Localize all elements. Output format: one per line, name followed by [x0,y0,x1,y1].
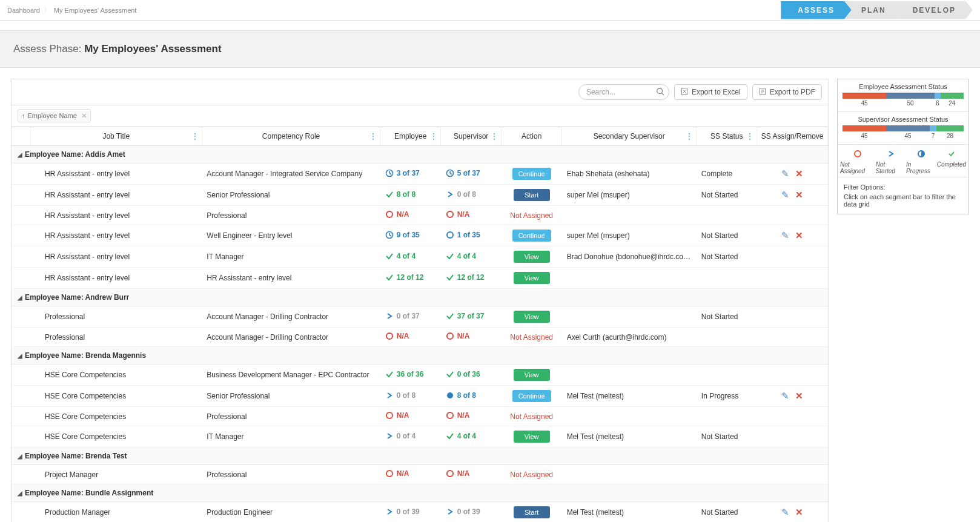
cell-job-title: HSE Core Competencies [30,407,202,426]
col-job-title[interactable]: Job Title⋮ [30,127,202,146]
action-continue-button[interactable]: Continue [512,390,551,402]
action-continue-button[interactable]: Continue [512,168,551,180]
bar-segment-label: 50 [886,99,935,107]
bar-segment[interactable] [930,125,936,131]
cell-ss-assign: ✎ ✕ [757,502,828,523]
column-menu-icon[interactable]: ⋮ [685,131,694,141]
cell-employee-status: N/A [380,328,441,347]
cell-action: Not Assigned [502,206,562,225]
group-header[interactable]: ◢Employee Name: Addis Amet [12,146,828,164]
collapse-icon[interactable]: ◢ [18,453,22,460]
edit-icon[interactable]: ✎ [781,391,789,401]
column-menu-icon[interactable]: ⋮ [191,131,199,141]
check-green-icon [385,273,394,282]
cell-action: View [502,306,562,328]
svg-point-13 [386,333,392,339]
col-ss-assign[interactable]: SS Assign/Remove [757,127,828,146]
col-action[interactable]: Action [502,127,562,146]
cell-employee-status: 0 of 4 [380,426,441,448]
column-menu-icon[interactable]: ⋮ [369,131,377,141]
action-view-button[interactable]: View [514,431,550,443]
circle-red-icon [385,332,394,340]
col-secondary-supervisor[interactable]: Secondary Supervisor⋮ [562,127,697,146]
group-header[interactable]: ◢Employee Name: Brenda Magennis [12,347,828,365]
bar-segment[interactable] [886,125,930,131]
cell-action: Not Assigned [502,328,562,347]
remove-icon[interactable]: ✕ [795,391,803,401]
edit-icon[interactable]: ✎ [781,230,789,240]
status-not-assigned: Not Assigned [510,333,553,342]
remove-icon[interactable]: ✕ [795,168,803,179]
collapse-icon[interactable]: ◢ [18,352,22,359]
export-pdf-button[interactable]: Export to PDF [752,84,822,100]
cell-competency-role: Professional [202,206,380,225]
column-menu-icon[interactable]: ⋮ [746,131,754,141]
column-menu-icon[interactable]: ⋮ [429,131,438,141]
cell-secondary-supervisor [562,465,697,484]
action-start-button[interactable]: Start [514,189,550,201]
group-chip-employee-name[interactable]: ↑ Employee Name × [18,109,91,122]
file-excel-icon [681,88,688,97]
edit-icon[interactable]: ✎ [781,507,789,517]
bar-segment[interactable] [843,93,886,99]
action-view-button[interactable]: View [514,251,550,263]
group-header[interactable]: ◢Employee Name: Andrew Burr [12,289,828,306]
cell-ss-status [697,465,757,484]
action-continue-button[interactable]: Continue [512,230,551,242]
col-employee[interactable]: Employee⋮ [380,127,441,146]
circle-red-icon [446,469,454,478]
col-competency-role[interactable]: Competency Role⋮ [202,127,380,146]
svg-point-15 [447,392,453,398]
clock-blue-icon [446,169,454,177]
column-menu-icon[interactable]: ⋮ [490,131,498,141]
bar-segment[interactable] [936,125,964,131]
edit-icon[interactable]: ✎ [781,168,789,179]
breadcrumb-dashboard[interactable]: Dashboard [7,7,40,14]
page-title-bar: Assess Phase: My Employees' Assessment [0,30,980,68]
bar-segment[interactable] [935,93,941,99]
cell-ss-assign [757,465,828,484]
cell-secondary-supervisor: Ehab Shehata (eshehata) [562,164,697,185]
col-ss-status[interactable]: SS Status⋮ [697,127,757,146]
group-header[interactable]: ◢Employee Name: Bundle Assignment [12,484,828,502]
cell-competency-role: Well Engineer - Entry level [202,225,380,246]
cell-ss-assign [757,426,828,448]
chev-blue-icon [385,507,394,516]
action-view-button[interactable]: View [514,311,550,323]
table-row: HR Assisstant - entry levelAccount Manag… [12,164,828,185]
cell-secondary-supervisor [562,268,697,289]
action-view-button[interactable]: View [514,369,550,381]
bar-segment[interactable] [886,93,935,99]
clock-blue-icon [385,231,394,239]
half-circle-blue-icon [917,150,925,159]
cell-employee-status: 4 of 4 [380,246,441,268]
bar-segment[interactable] [941,93,964,99]
cell-competency-role: Account Manager - Integrated Service Com… [202,164,380,185]
table-row: Production ManagerProduction Engineer0 o… [12,502,828,523]
remove-icon[interactable]: ✕ [795,230,803,240]
remove-group-icon[interactable]: × [82,111,87,121]
collapse-icon[interactable]: ◢ [18,151,22,158]
collapse-icon[interactable]: ◢ [18,490,22,497]
legend-not-started: Not Started [876,150,906,174]
cell-ss-assign: ✎ ✕ [757,185,828,206]
remove-icon[interactable]: ✕ [795,190,803,200]
table-row: HR Assisstant - entry levelIT Manager4 o… [12,246,828,268]
phase-tab-plan[interactable]: PLAN [844,1,903,19]
collapse-icon[interactable]: ◢ [18,294,22,301]
group-header[interactable]: ◢Employee Name: Brenda Test [12,448,828,465]
svg-point-16 [386,412,392,418]
col-supervisor[interactable]: Supervisor⋮ [441,127,502,146]
bar-segment[interactable] [843,125,886,131]
phase-tab-assess[interactable]: ASSESS [781,1,852,19]
remove-icon[interactable]: ✕ [795,507,803,517]
action-start-button[interactable]: Start [514,506,550,518]
edit-icon[interactable]: ✎ [781,190,789,200]
export-excel-button[interactable]: Export to Excel [674,84,747,100]
search-input[interactable] [578,84,669,100]
action-view-button[interactable]: View [514,272,550,284]
phase-tab-develop[interactable]: DEVELOP [896,1,973,19]
cell-ss-assign [757,206,828,225]
supervisor-status-labels: 4545728 [843,131,964,139]
status-not-assigned: Not Assigned [510,211,553,220]
